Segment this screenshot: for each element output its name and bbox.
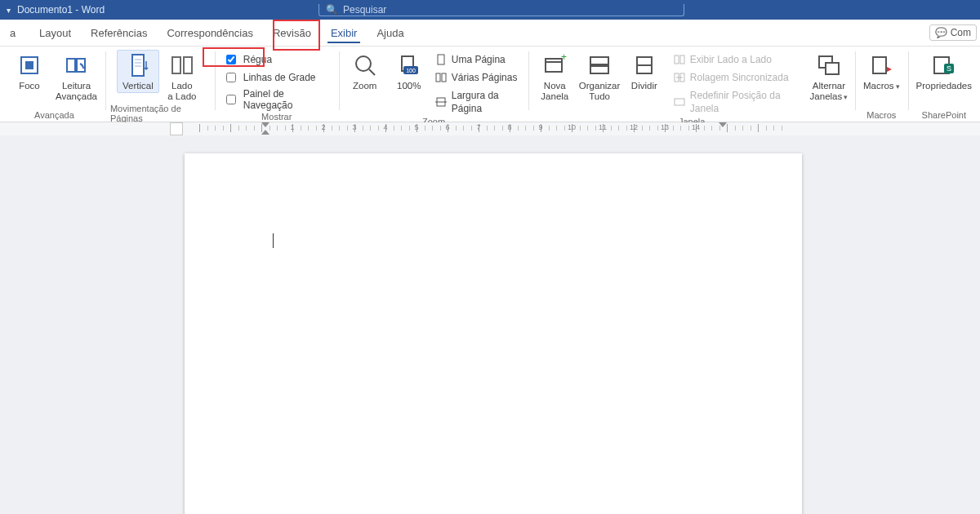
ribbon-tabs: a Layout Referências Correspondências Re… bbox=[0, 20, 980, 47]
new-window-icon: + bbox=[542, 51, 567, 79]
svg-rect-30 bbox=[675, 99, 684, 105]
linhas-grade-checkbox-input[interactable] bbox=[226, 73, 236, 82]
speech-bubble-icon: 💬 bbox=[935, 27, 947, 38]
first-line-indent-marker[interactable] bbox=[261, 122, 270, 127]
zoom-100-icon: 100 bbox=[397, 51, 421, 79]
ribbon: Foco Leitura Avançada Avançada Vertical bbox=[0, 47, 980, 122]
macros-button[interactable]: Macros bbox=[860, 50, 903, 93]
dividir-button[interactable]: Dividir bbox=[623, 50, 666, 93]
group-macros: Macros Macros bbox=[855, 47, 908, 122]
svg-rect-32 bbox=[826, 63, 839, 74]
tab-exibir[interactable]: Exibir bbox=[321, 20, 368, 46]
redefinir-posicao-button: Redefinir Posição da Janela bbox=[670, 87, 801, 117]
group-mostrar: Régua Linhas de Grade Painel de Navegaçã… bbox=[215, 47, 339, 122]
svg-rect-26 bbox=[680, 55, 684, 64]
title-bar: ▾ Documento1 - Word 🔍 Pesquisar bbox=[0, 0, 980, 20]
svg-rect-13 bbox=[438, 55, 444, 64]
svg-rect-18 bbox=[546, 59, 562, 72]
tab-ajuda[interactable]: Ajuda bbox=[367, 20, 413, 46]
svg-text:100: 100 bbox=[406, 68, 416, 73]
tab-cut[interactable]: a bbox=[0, 20, 29, 46]
group-sharepoint: S Propriedades SharePoint bbox=[908, 47, 980, 122]
alternar-janelas-button[interactable]: Alternar Janelas bbox=[808, 50, 850, 104]
leitura-avancada-button[interactable]: Leitura Avançada bbox=[52, 50, 100, 104]
switch-windows-icon bbox=[817, 51, 841, 79]
document-title: Documento1 - Word bbox=[17, 4, 105, 16]
vertical-button[interactable]: Vertical bbox=[117, 50, 159, 93]
side-by-side-icon bbox=[170, 51, 194, 79]
svg-rect-22 bbox=[590, 66, 608, 73]
group-avancada: Foco Leitura Avançada Avançada bbox=[3, 47, 105, 122]
linhas-grade-checkbox[interactable]: Linhas de Grade bbox=[220, 69, 334, 86]
svg-marker-34 bbox=[887, 67, 892, 72]
svg-point-8 bbox=[356, 56, 371, 71]
sync-scroll-icon bbox=[674, 72, 685, 83]
arrange-all-icon bbox=[587, 51, 612, 79]
split-icon bbox=[632, 51, 657, 79]
page-1[interactable] bbox=[185, 153, 802, 514]
largura-pagina-button[interactable]: Largura da Página bbox=[432, 87, 524, 117]
hanging-indent-marker[interactable] bbox=[261, 130, 270, 135]
vertical-pages-icon bbox=[127, 51, 149, 79]
document-scroll-area[interactable] bbox=[0, 135, 980, 514]
propriedades-button[interactable]: S Propriedades bbox=[913, 50, 975, 93]
svg-rect-14 bbox=[436, 73, 440, 82]
rolagem-sincronizada-button: Rolagem Sincronizada bbox=[670, 69, 801, 86]
sharepoint-properties-icon: S bbox=[931, 51, 957, 79]
group-janela: + Nova Janela Organizar Tudo Dividir bbox=[528, 47, 855, 122]
svg-line-9 bbox=[369, 69, 375, 75]
group-zoom: Zoom 100 100% Uma Página Várias Páginas bbox=[339, 47, 529, 122]
tab-revisao[interactable]: Revisão bbox=[263, 20, 321, 46]
svg-rect-33 bbox=[873, 57, 886, 73]
reset-window-pos-icon bbox=[674, 96, 685, 108]
tab-layout[interactable]: Layout bbox=[29, 20, 81, 46]
painel-navegacao-checkbox[interactable]: Painel de Navegação bbox=[220, 87, 334, 112]
svg-rect-6 bbox=[172, 57, 180, 73]
horizontal-ruler[interactable]: 1234567891011121314 bbox=[180, 122, 800, 135]
focus-icon bbox=[18, 51, 41, 79]
zoom-100-button[interactable]: 100 100% bbox=[388, 50, 430, 93]
group-label-macros: Macros bbox=[866, 110, 896, 122]
search-input[interactable]: 🔍 Pesquisar bbox=[318, 4, 684, 16]
svg-rect-21 bbox=[590, 57, 608, 64]
svg-rect-7 bbox=[184, 57, 192, 73]
exibir-lado-a-lado-button: Exibir Lado a Lado bbox=[670, 51, 801, 68]
tab-referencias[interactable]: Referências bbox=[81, 20, 157, 46]
svg-text:+: + bbox=[561, 54, 567, 63]
view-side-by-side-icon bbox=[674, 54, 685, 65]
uma-pagina-button[interactable]: Uma Página bbox=[432, 51, 524, 68]
qat-dropdown-icon[interactable]: ▾ bbox=[7, 6, 11, 15]
text-cursor bbox=[273, 233, 274, 248]
one-page-icon bbox=[435, 54, 447, 65]
immersive-reader-icon bbox=[64, 51, 88, 79]
tab-correspondencias[interactable]: Correspondências bbox=[157, 20, 263, 46]
right-indent-marker[interactable] bbox=[719, 122, 727, 127]
regua-checkbox[interactable]: Régua bbox=[220, 51, 334, 68]
group-mov-paginas: Vertical Lado a Lado Movimentação de Pág… bbox=[105, 47, 215, 122]
zoom-icon bbox=[353, 51, 377, 79]
search-placeholder: Pesquisar bbox=[343, 4, 386, 16]
foco-button[interactable]: Foco bbox=[8, 50, 51, 93]
group-label-avancada: Avançada bbox=[34, 110, 74, 122]
painel-navegacao-checkbox-input[interactable] bbox=[226, 95, 236, 104]
macros-icon bbox=[869, 51, 893, 79]
svg-rect-1 bbox=[25, 61, 33, 69]
nova-janela-button[interactable]: + Nova Janela bbox=[533, 50, 576, 104]
regua-checkbox-input[interactable] bbox=[226, 55, 236, 64]
svg-rect-15 bbox=[442, 73, 446, 82]
svg-rect-25 bbox=[675, 55, 679, 64]
svg-text:S: S bbox=[947, 64, 951, 73]
group-label-mostrar: Mostrar bbox=[261, 112, 292, 123]
svg-rect-2 bbox=[132, 55, 144, 76]
multi-page-icon bbox=[435, 72, 447, 83]
comments-button[interactable]: 💬 Com bbox=[929, 24, 977, 41]
zoom-button[interactable]: Zoom bbox=[344, 50, 386, 93]
varias-paginas-button[interactable]: Várias Páginas bbox=[432, 69, 524, 86]
lado-a-lado-button[interactable]: Lado a Lado bbox=[161, 50, 203, 104]
search-icon: 🔍 bbox=[326, 4, 338, 16]
page-width-icon bbox=[435, 96, 447, 108]
group-label-sharepoint: SharePoint bbox=[922, 110, 966, 122]
organizar-tudo-button[interactable]: Organizar Tudo bbox=[577, 50, 621, 104]
